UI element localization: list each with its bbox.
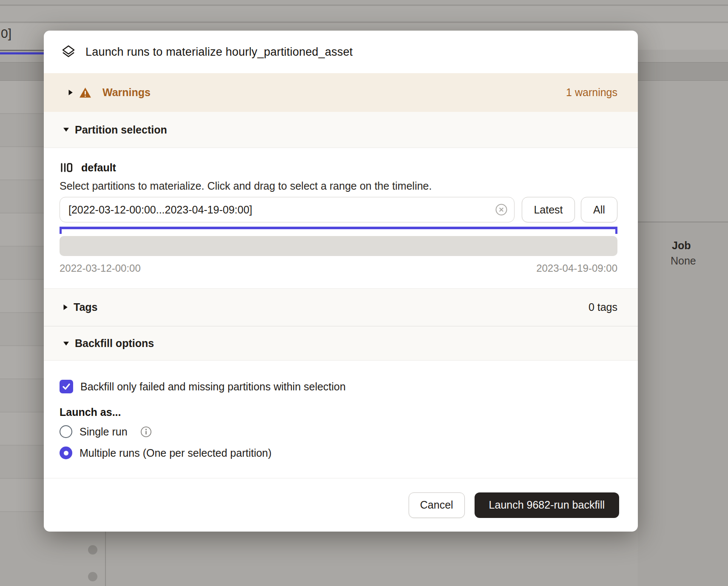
partition-selection-body: default Select partitions to materialize… (44, 148, 638, 288)
warnings-label: Warnings (102, 86, 151, 99)
multiple-runs-radio-row[interactable]: Multiple runs (One per selected partitio… (60, 447, 617, 459)
backfill-options-label: Backfill options (75, 337, 154, 350)
background-truncated-input-text: 0] (1, 26, 11, 41)
partition-timeline[interactable] (60, 236, 617, 256)
background-row-line (0, 113, 44, 114)
partition-dimension-name: default (81, 162, 116, 174)
partition-range-input-wrap (60, 197, 515, 222)
radio-selected-icon[interactable] (60, 447, 72, 459)
checkbox-checked-icon[interactable] (60, 380, 73, 393)
background-row-line (0, 378, 44, 379)
timeline-selection-bar[interactable] (60, 227, 617, 229)
background-job-column-header: Job (672, 239, 691, 252)
background-row-line (0, 445, 44, 446)
single-run-label: Single run (80, 426, 128, 438)
warning-triangle-icon (79, 87, 91, 98)
background-row-line (0, 179, 44, 180)
dialog-title-row: Launch runs to materialize hourly_partit… (44, 31, 638, 73)
partition-helper-text: Select partitions to materialize. Click … (60, 180, 617, 192)
dialog-title: Launch runs to materialize hourly_partit… (85, 46, 353, 59)
warnings-count-badge: 1 warnings (566, 86, 617, 99)
background-status-dot (88, 545, 97, 555)
background-table-row (0, 147, 44, 179)
background-focused-input-underline (0, 52, 48, 54)
warnings-section-header[interactable]: Warnings 1 warnings (44, 73, 638, 112)
background-table-row (0, 81, 44, 113)
background-row-line (0, 312, 44, 313)
background-row-line (0, 213, 44, 213)
background-table-row (0, 346, 44, 378)
background-row-line (0, 345, 44, 346)
caret-down-icon (63, 341, 69, 346)
background-row-line (0, 279, 44, 280)
checkbox-label: Backfill only failed and missing partiti… (80, 381, 346, 393)
all-button[interactable]: All (581, 197, 617, 222)
background-table-row (0, 479, 44, 511)
timeline-start-label: 2022-03-12-00:00 (60, 262, 141, 274)
partition-range-row: Latest All (60, 197, 617, 222)
tags-section-header[interactable]: Tags 0 tags (44, 288, 638, 326)
background-job-column-value: None (671, 255, 696, 267)
single-run-radio-row[interactable]: Single run (60, 425, 617, 438)
background-divider (0, 50, 48, 51)
cancel-button[interactable]: Cancel (409, 492, 465, 518)
partition-selection-label: Partition selection (75, 124, 167, 136)
background-table-row (0, 280, 44, 312)
backfill-options-section-header[interactable]: Backfill options (44, 326, 638, 361)
background-panel-divider (105, 532, 106, 586)
timeline-labels: 2022-03-12-00:00 2023-04-19-09:00 (60, 262, 617, 274)
partition-dimension-row: default (60, 161, 617, 174)
info-icon[interactable] (140, 426, 152, 438)
screen: 0] Job None (0, 0, 728, 586)
partition-range-input[interactable] (60, 197, 515, 222)
dialog-footer: Cancel Launch 9682-run backfill (44, 478, 638, 532)
background-table-row (0, 213, 44, 246)
background-row (0, 6, 728, 23)
background-status-dot (88, 572, 97, 581)
caret-right-icon (63, 304, 68, 310)
timeline-end-label: 2023-04-19-09:00 (536, 262, 617, 274)
background-row-line (0, 246, 44, 247)
tags-count: 0 tags (589, 301, 617, 313)
partition-selection-section-header[interactable]: Partition selection (44, 112, 638, 148)
tags-label: Tags (74, 301, 98, 313)
backfill-only-failed-checkbox-row[interactable]: Backfill only failed and missing partiti… (60, 380, 617, 393)
background-row (0, 0, 728, 6)
clear-selection-icon[interactable] (495, 203, 508, 216)
background-row-line (0, 146, 44, 147)
background-row-line (0, 412, 44, 412)
background-row-line (0, 511, 44, 512)
caret-down-icon (63, 127, 69, 132)
caret-right-icon (68, 89, 73, 96)
latest-button[interactable]: Latest (522, 197, 575, 222)
background-table-cell-area (638, 222, 728, 586)
launch-backfill-dialog: Launch runs to materialize hourly_partit… (44, 31, 638, 532)
multiple-runs-label: Multiple runs (One per selected partitio… (80, 447, 272, 459)
background-row-line (0, 478, 44, 479)
launch-backfill-button[interactable]: Launch 9682-run backfill (475, 492, 619, 518)
partition-set-icon (60, 161, 73, 174)
background-table-row (0, 412, 44, 445)
backfill-options-body: Backfill only failed and missing partiti… (44, 361, 638, 478)
materialize-layers-icon (61, 44, 76, 60)
launch-as-label: Launch as... (60, 406, 617, 418)
radio-unselected-icon[interactable] (60, 425, 72, 438)
